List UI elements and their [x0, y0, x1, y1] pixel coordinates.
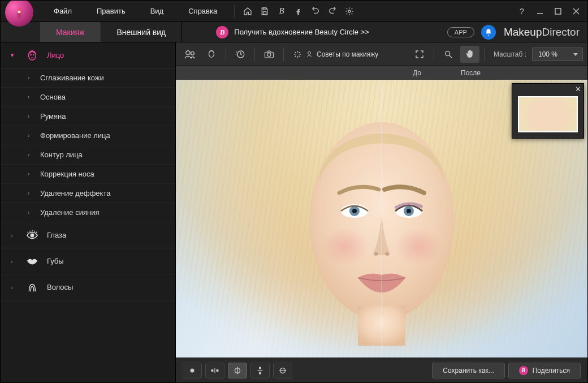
history-icon[interactable]	[231, 46, 250, 63]
app-pill[interactable]: APP	[447, 27, 474, 37]
sidebar-item-skin-smoothing[interactable]: ›Сглаживание кожи	[1, 68, 175, 88]
menu-edit[interactable]: Править	[84, 1, 138, 21]
canvas-area: Советы по макияжу Масштаб : 100 % До Пос…	[176, 42, 587, 382]
navigator-panel[interactable]: ✕	[512, 83, 584, 139]
close-icon[interactable]: ✕	[575, 85, 581, 93]
chevron-right-icon: ›	[28, 209, 33, 216]
single-face-icon[interactable]	[202, 46, 221, 63]
separator	[234, 5, 235, 18]
chevron-right-icon: ›	[11, 258, 18, 265]
app-title: MakeupDirector	[504, 26, 580, 38]
svg-rect-6	[555, 8, 561, 14]
chevron-right-icon: ›	[11, 232, 18, 239]
lipstick-icon	[12, 5, 27, 20]
settings-icon[interactable]	[341, 3, 358, 20]
tab-makeup[interactable]: Макияж	[40, 22, 101, 42]
notifications-icon[interactable]	[481, 25, 496, 40]
sidebar-item-face-shaping[interactable]: ›Формирование лица	[1, 126, 175, 145]
view-side-dots-icon[interactable]	[205, 363, 224, 378]
beauty-circle-icon[interactable]: B	[273, 3, 290, 20]
category-eyes[interactable]: › Глаза	[1, 222, 175, 248]
hair-icon	[25, 281, 39, 294]
beauty-circle-badge-icon: B	[519, 366, 528, 375]
maximize-button[interactable]	[549, 1, 567, 22]
category-hair[interactable]: › Волосы	[1, 274, 175, 300]
category-face[interactable]: ▾ Лицо	[1, 42, 175, 68]
separator	[226, 48, 226, 61]
undo-icon[interactable]	[307, 3, 324, 20]
share-button[interactable]: B Поделиться	[508, 363, 581, 378]
save-as-button[interactable]: Сохранить как...	[432, 363, 504, 378]
view-top-bottom-dots-icon[interactable]	[250, 363, 270, 378]
separator	[254, 48, 255, 61]
separator	[283, 48, 284, 61]
zoom-tool-icon[interactable]	[439, 46, 458, 63]
svg-point-12	[31, 234, 34, 237]
app-logo	[5, 0, 33, 27]
svg-point-42	[259, 372, 262, 375]
close-button[interactable]	[567, 1, 585, 22]
sidebar-item-nose-correction[interactable]: ›Коррекция носа	[1, 165, 175, 184]
before-after-header: До После	[176, 66, 587, 80]
separator	[434, 48, 434, 61]
eye-icon	[25, 229, 39, 242]
brand-bar: Макияж Внешний вид B Получить вдохновени…	[1, 22, 587, 42]
sidebar-item-foundation[interactable]: ›Основа	[1, 88, 175, 107]
redo-icon[interactable]	[324, 3, 341, 20]
group-faces-icon[interactable]	[180, 46, 200, 63]
chevron-right-icon: ›	[28, 75, 33, 81]
face-icon	[25, 49, 39, 62]
tab-appearance[interactable]: Внешний вид	[101, 22, 183, 42]
category-label: Лицо	[47, 51, 64, 59]
zoom-label: Масштаб :	[494, 50, 526, 58]
svg-point-19	[308, 51, 311, 54]
chevron-down-icon: ▾	[11, 51, 18, 59]
sidebar-item-defect-removal[interactable]: ›Удаление деффекта	[1, 184, 175, 203]
menu-bar: Файл Править Вид Справка B ?	[1, 1, 587, 22]
svg-point-20	[446, 51, 450, 55]
svg-point-13	[186, 50, 190, 54]
view-split-horizontal-icon[interactable]	[273, 363, 292, 378]
svg-rect-1	[18, 10, 20, 12]
promo-link[interactable]: B Получить вдохновение Beauty Circle >>	[216, 26, 369, 38]
category-label: Волосы	[47, 283, 73, 291]
beauty-circle-badge-icon: B	[216, 26, 228, 38]
sidebar: ▾ Лицо ›Сглаживание кожи ›Основа ›Румяна…	[1, 42, 176, 382]
wand-icon	[305, 50, 313, 58]
fullscreen-icon[interactable]	[410, 46, 429, 63]
promo-text: Получить вдохновение Beauty Circle >>	[234, 28, 369, 36]
save-icon[interactable]	[256, 3, 273, 20]
separator	[484, 48, 485, 61]
sidebar-item-blush[interactable]: ›Румяна	[1, 107, 175, 126]
view-single-icon[interactable]	[183, 363, 202, 378]
lips-icon	[25, 257, 39, 265]
chevron-right-icon: ›	[28, 171, 33, 177]
sparkle-icon	[293, 50, 302, 59]
home-icon[interactable]	[239, 3, 256, 20]
sidebar-item-shine-removal[interactable]: ›Удаление сияния	[1, 203, 175, 222]
help-button[interactable]: ?	[513, 1, 531, 22]
svg-point-11	[33, 54, 34, 55]
minimize-button[interactable]	[531, 1, 549, 22]
menu-help[interactable]: Справка	[176, 1, 230, 21]
makeup-tips-button[interactable]: Советы по макияжу	[288, 50, 383, 59]
sidebar-item-face-contour[interactable]: ›Контур лица	[1, 145, 175, 165]
zoom-select[interactable]: 100 %	[532, 48, 583, 61]
menu-file[interactable]: Файл	[41, 1, 84, 21]
category-lips[interactable]: › Губы	[1, 248, 175, 274]
hand-tool-icon[interactable]	[460, 46, 479, 63]
svg-point-10	[31, 54, 31, 55]
navigator-thumbnail[interactable]	[518, 96, 578, 132]
category-label: Глаза	[47, 231, 66, 239]
svg-point-37	[216, 369, 219, 372]
facebook-icon[interactable]	[290, 3, 307, 20]
menu-view[interactable]: Вид	[138, 1, 176, 21]
svg-point-25	[395, 227, 442, 266]
view-split-vertical-icon[interactable]	[228, 363, 247, 378]
image-stage[interactable]: ✕	[176, 80, 587, 358]
after-label: После	[444, 69, 580, 77]
toolbar: Советы по макияжу Масштаб : 100 %	[176, 42, 587, 66]
split-line[interactable]	[382, 80, 382, 358]
category-label: Губы	[47, 257, 64, 265]
camera-icon[interactable]	[260, 46, 279, 63]
